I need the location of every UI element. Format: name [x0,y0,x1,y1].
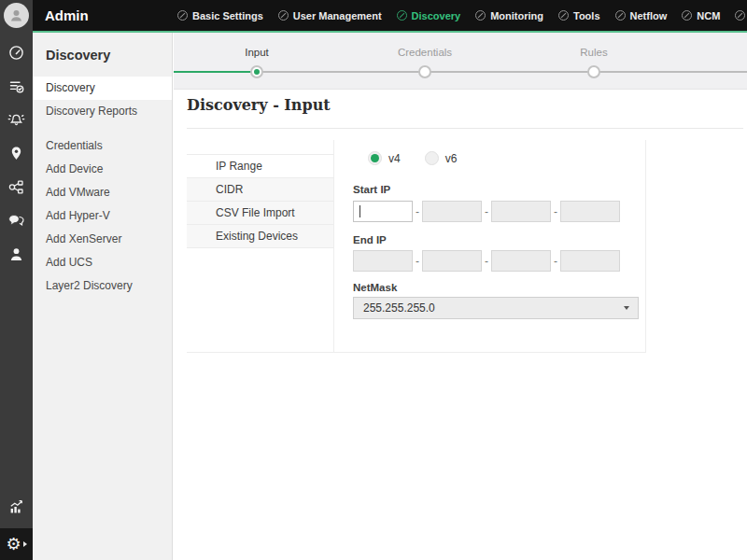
avatar[interactable] [4,3,29,28]
nav-label: NCM [697,10,720,21]
tab-existing-devices[interactable]: Existing Devices [187,225,333,248]
sidebar-item-add-ucs[interactable]: Add UCS [33,251,172,274]
stepper-progress [174,71,257,73]
topology-network-icon[interactable] [0,170,33,203]
step-node-input[interactable] [250,65,263,78]
tab-column: IP Range CIDR CSV File Import Existing D… [187,140,334,352]
module-circle-icon [682,10,692,21]
start-ip-octet-4-input[interactable] [560,201,620,222]
user-contact-icon[interactable] [0,237,33,271]
sidebar-item-discovery-reports[interactable]: Discovery Reports [33,100,172,123]
sidebar: Discovery Discovery Discovery Reports Cr… [33,33,173,560]
chat-bubbles-icon[interactable] [0,203,33,237]
ip-version-radio-group: v4 v6 [368,151,457,165]
nav-netflow[interactable]: Netflow [615,10,668,21]
nav-label: Monitoring [490,10,543,21]
user-silhouette-icon [7,7,25,24]
octet-separator: - [413,205,422,218]
step-rules[interactable]: Rules [580,47,607,58]
step-input[interactable]: Input [245,47,269,58]
module-circle-icon [615,10,626,21]
start-ip-label: Start IP [353,184,390,195]
top-navigation: Basic Settings User Management Discovery… [177,0,747,31]
nav-basic-settings[interactable]: Basic Settings [177,10,263,21]
octet-separator: - [482,255,491,268]
discovery-input-panel: IP Range CIDR CSV File Import Existing D… [187,140,646,353]
nav-user-management[interactable]: User Management [278,10,382,21]
module-circle-icon [177,10,188,21]
end-ip-octet-4-input[interactable] [560,250,620,272]
nav-monitoring[interactable]: Monitoring [475,10,543,21]
title-divider [187,128,743,129]
octet-separator: - [413,255,422,268]
radio-v4[interactable]: v4 [368,151,401,165]
module-circle-icon [558,10,569,21]
start-ip-octet-2-input[interactable] [422,201,482,222]
nav-label: User Management [293,10,382,21]
step-node-credentials[interactable] [418,65,431,78]
netmask-value: 255.255.255.0 [354,301,624,315]
sidebar-item-add-vmware[interactable]: Add VMware [33,181,172,204]
sidebar-item-discovery[interactable]: Discovery [33,77,172,100]
radio-label: v6 [445,152,458,165]
dashboard-gauge-icon[interactable] [0,35,33,69]
wizard-stepper: Input Credentials Rules [174,33,747,90]
start-ip-octet-3-input[interactable] [491,201,551,222]
settings-gear-button[interactable]: ⚙ [0,528,33,560]
end-ip-octet-3-input[interactable] [491,250,551,272]
sidebar-title: Discovery [33,33,172,77]
netmask-label: NetMask [353,282,397,293]
step-node-rules[interactable] [587,65,600,78]
start-ip-octet-row: - - - [353,201,620,222]
gear-icon: ⚙ [6,536,21,553]
ip-range-form: v4 v6 Start IP - - - En [334,140,645,352]
sidebar-item-credentials[interactable]: Credentials [33,134,172,158]
nav-tools[interactable]: Tools [558,10,600,21]
octet-separator: - [551,255,560,268]
main-content: Input Credentials Rules Discovery - Inpu… [174,33,747,560]
inventory-list-check-icon[interactable] [0,69,33,103]
nav-label: Basic Settings [192,10,263,21]
sidebar-item-add-xenserver[interactable]: Add XenServer [33,228,172,251]
end-ip-octet-row: - - - [353,250,620,272]
radio-circle-icon [425,151,439,165]
nav-discovery[interactable]: Discovery [397,10,461,21]
tab-list: IP Range CIDR CSV File Import Existing D… [187,154,333,248]
gear-caret-icon [23,541,27,547]
end-ip-octet-1-input[interactable] [353,250,413,272]
tab-ip-range[interactable]: IP Range [187,155,333,178]
sidebar-item-layer2-discovery[interactable]: Layer2 Discovery [33,274,172,298]
module-circle-icon [278,10,289,21]
radio-label: v4 [388,152,401,165]
octet-separator: - [551,205,560,218]
radio-v6[interactable]: v6 [425,151,458,165]
tab-csv-file-import[interactable]: CSV File Import [187,202,333,225]
alarms-bell-icon[interactable] [0,103,33,136]
octet-separator: - [482,205,491,218]
nav-label: Netflow [630,10,668,21]
sidebar-item-add-hyper-v[interactable]: Add Hyper-V [33,204,172,228]
rail-icon-group [0,35,33,271]
page-title: Discovery - Input [187,96,331,114]
text-caret [359,205,360,217]
radio-circle-icon [368,151,382,165]
app-window: ⚙ Admin Basic Settings User Management D… [0,0,747,560]
end-ip-octet-2-input[interactable] [422,250,482,272]
step-credentials[interactable]: Credentials [398,47,452,58]
module-circle-icon [475,10,486,21]
module-circle-icon [735,10,745,21]
reports-chart-icon[interactable] [0,493,33,521]
netmask-dropdown[interactable]: 255.255.255.0 [353,297,639,319]
maps-pin-icon[interactable] [0,136,33,170]
nav-label: Discovery [412,10,461,21]
tab-cidr[interactable]: CIDR [187,178,333,202]
module-circle-icon [397,10,407,21]
nav-ncm[interactable]: NCM [682,10,720,21]
page-title-admin: Admin [45,7,89,23]
sidebar-item-add-device[interactable]: Add Device [33,158,172,181]
start-ip-octet-1-input[interactable] [353,201,413,222]
end-ip-label: End IP [353,234,387,245]
chevron-down-icon [624,306,629,310]
nav-label: Tools [573,10,600,21]
nav-oputils[interactable]: OpUtils [735,10,747,21]
